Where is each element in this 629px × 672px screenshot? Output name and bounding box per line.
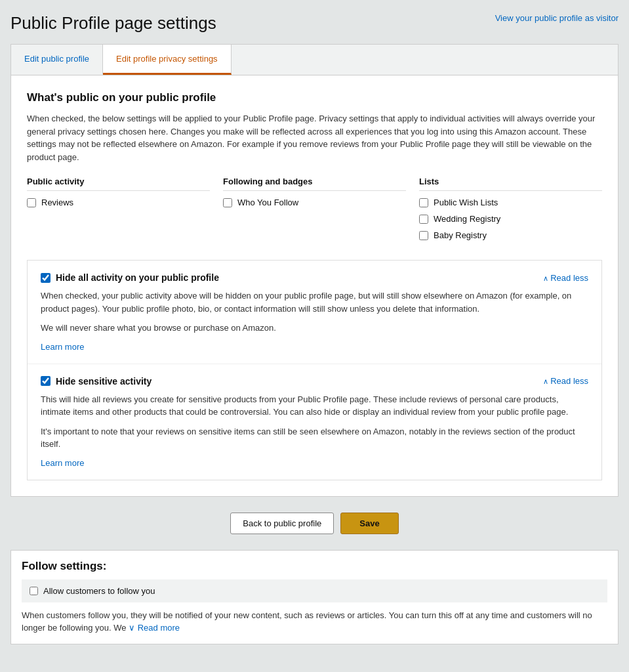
column-public-activity: Public activity Reviews [27,177,210,247]
reviews-checkbox[interactable] [27,198,36,207]
column-lists: Lists Public Wish Lists Wedding Registry… [419,177,602,247]
follow-settings-body: Allow customers to follow you When custo… [11,579,618,644]
column-following-badges: Following and badges Who You Follow [223,177,406,247]
baby-registry-checkbox[interactable] [419,231,428,240]
learn-more-link-hide-all[interactable]: Learn more [41,342,84,352]
hide-all-activity-body: When checked, your public activity above… [41,289,588,352]
tabs-container: Edit public profile Edit profile privacy… [10,44,619,75]
hide-sensitive-activity-para-2: It's important to note that your reviews… [41,425,588,451]
follow-settings-section: Follow settings: Allow customers to foll… [10,550,619,644]
allow-follow-checkbox[interactable] [30,587,38,595]
wedding-registry-label: Wedding Registry [434,214,500,224]
hide-sensitive-activity-checkbox[interactable] [41,376,51,386]
reviews-label: Reviews [41,198,73,207]
who-you-follow-label: Who You Follow [237,198,298,207]
follow-description-text: When customers follow you, they will be … [22,610,592,633]
hide-all-activity-checkbox[interactable] [41,273,51,283]
main-card: What's public on your public profile Whe… [10,75,619,497]
hide-all-activity-label: Hide all activity on your public profile [56,272,219,283]
follow-description: When customers follow you, they will be … [22,609,607,635]
hide-sensitive-activity-label: Hide sensitive activity [56,376,152,387]
buttons-row: Back to public profile Save [10,513,619,534]
expand-header-hide-all: Hide all activity on your public profile… [41,272,588,283]
section-description: When checked, the below settings will be… [27,112,602,163]
section-title: What's public on your public profile [27,91,602,104]
hide-sensitive-activity-section: Hide sensitive activity Read less This w… [28,364,601,480]
learn-more-link-hide-sensitive[interactable]: Learn more [41,458,84,468]
hide-sensitive-activity-body: This will hide all reviews you create fo… [41,393,588,468]
baby-registry-label: Baby Registry [434,230,487,240]
page-title: Public Profile page settings [10,13,216,33]
hide-all-activity-section: Hide all activity on your public profile… [28,261,601,364]
public-wish-lists-checkbox[interactable] [419,198,428,207]
list-item: Baby Registry [419,230,602,240]
hide-all-activity-para-1: When checked, your public activity above… [41,289,588,315]
tab-edit-public[interactable]: Edit public profile [11,45,103,75]
expand-header-hide-sensitive: Hide sensitive activity Read less [41,376,588,387]
column-header-public-activity: Public activity [27,177,210,191]
view-profile-link[interactable]: View your public profile as visitor [495,13,619,23]
read-more-link[interactable]: ∨ Read more [129,623,180,633]
list-item: Wedding Registry [419,214,602,224]
read-less-hide-sensitive-toggle[interactable]: Read less [543,376,588,386]
wedding-registry-checkbox[interactable] [419,215,428,224]
who-you-follow-checkbox[interactable] [223,198,232,207]
hide-all-activity-para-2: We will never share what you browse or p… [41,322,588,335]
follow-settings-title: Follow settings: [11,551,618,573]
hide-sensitive-activity-para-1: This will hide all reviews you create fo… [41,393,588,419]
save-button[interactable]: Save [340,513,398,534]
expand-title-row-hide-sensitive: Hide sensitive activity [41,376,152,387]
expand-title-row-hide-all: Hide all activity on your public profile [41,272,219,283]
column-header-lists: Lists [419,177,602,191]
columns-layout: Public activity Reviews Following and ba… [27,177,602,247]
allow-follow-label: Allow customers to follow you [43,586,155,596]
public-wish-lists-label: Public Wish Lists [434,198,498,207]
read-less-hide-all-toggle[interactable]: Read less [543,273,588,283]
page-header: Public Profile page settings View your p… [10,13,619,33]
tab-edit-privacy[interactable]: Edit profile privacy settings [103,45,232,75]
back-to-profile-button[interactable]: Back to public profile [230,513,334,534]
column-header-following: Following and badges [223,177,406,191]
expandable-sections-container: Hide all activity on your public profile… [27,260,602,480]
list-item: Who You Follow [223,198,406,207]
list-item: Public Wish Lists [419,198,602,207]
allow-follow-row: Allow customers to follow you [22,579,607,602]
list-item: Reviews [27,198,210,207]
